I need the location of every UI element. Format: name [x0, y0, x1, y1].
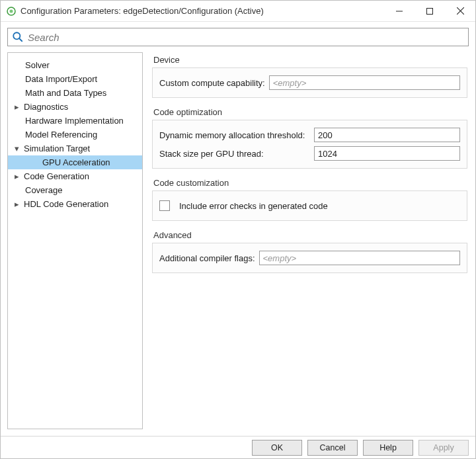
- chevron-right-icon: ▸: [15, 102, 22, 112]
- window-title: Configuration Parameters: edgeDetection/…: [20, 6, 384, 16]
- nav-item-model-referencing[interactable]: Model Referencing: [8, 128, 142, 142]
- additional-compiler-flags-input[interactable]: [259, 251, 460, 265]
- nav-item-label: Coverage: [22, 185, 62, 195]
- nav-item-label: GPU Acceleration: [30, 157, 110, 167]
- section-title-device: Device: [153, 55, 467, 65]
- section-box-device: Custom compute capability:: [152, 67, 467, 98]
- nav-item-code-generation[interactable]: ▸Code Generation: [8, 169, 142, 183]
- body: SolverData Import/ExportMath and Data Ty…: [1, 52, 475, 436]
- category-tree[interactable]: SolverData Import/ExportMath and Data Ty…: [7, 52, 143, 429]
- custom-compute-capability-label: Custom compute capability:: [159, 78, 265, 88]
- section-code-optimization: Code optimization Dynamic memory allocat…: [152, 107, 467, 169]
- section-device: Device Custom compute capability:: [152, 55, 467, 98]
- nav-item-label: Hardware Implementation: [22, 116, 124, 126]
- dynamic-memory-threshold-label: Dynamic memory allocation threshold:: [159, 130, 310, 140]
- window-controls: [384, 1, 475, 21]
- maximize-icon: [426, 8, 433, 15]
- ok-button[interactable]: OK: [252, 440, 302, 456]
- nav-item-label: Simulation Target: [22, 144, 90, 153]
- section-box-code-optimization: Dynamic memory allocation threshold: Sta…: [152, 120, 467, 169]
- nav-item-label: Solver: [22, 60, 50, 70]
- svg-rect-3: [427, 8, 433, 14]
- section-advanced: Advanced Additional compiler flags:: [152, 230, 467, 273]
- nav-item-label: Data Import/Export: [22, 74, 97, 84]
- dialog-window: Configuration Parameters: edgeDetection/…: [0, 0, 476, 459]
- app-icon: [6, 6, 17, 17]
- search-input[interactable]: [26, 31, 464, 44]
- chevron-right-icon: ▸: [15, 171, 22, 181]
- dialog-footer: OK Cancel Help Apply: [1, 436, 475, 458]
- section-box-code-customization: Include error checks in generated code: [152, 190, 467, 221]
- nav-item-data-import-export[interactable]: Data Import/Export: [8, 72, 142, 86]
- section-box-advanced: Additional compiler flags:: [152, 243, 467, 273]
- section-code-customization: Code customization Include error checks …: [152, 178, 467, 221]
- minimize-button[interactable]: [384, 1, 415, 21]
- nav-item-label: HDL Code Generation: [22, 199, 108, 209]
- nav-item-solver[interactable]: Solver: [8, 58, 142, 72]
- nav-item-label: Code Generation: [22, 171, 89, 181]
- include-error-checks-checkbox[interactable]: [159, 200, 170, 211]
- search-icon: [12, 31, 24, 43]
- close-button[interactable]: [445, 1, 475, 21]
- search-bar[interactable]: [7, 28, 469, 46]
- titlebar: Configuration Parameters: edgeDetection/…: [1, 1, 475, 22]
- nav-item-math-and-data-types[interactable]: Math and Data Types: [8, 86, 142, 100]
- maximize-button[interactable]: [415, 1, 445, 21]
- nav-item-coverage[interactable]: Coverage: [8, 183, 142, 197]
- nav-item-label: Math and Data Types: [22, 88, 106, 98]
- svg-point-6: [13, 32, 20, 39]
- section-title-code-customization: Code customization: [153, 178, 467, 188]
- nav-item-hardware-implementation[interactable]: Hardware Implementation: [8, 114, 142, 128]
- chevron-right-icon: ▸: [15, 199, 22, 209]
- section-title-code-optimization: Code optimization: [153, 107, 467, 117]
- search-bar-container: [1, 22, 475, 52]
- stack-size-input[interactable]: [314, 146, 460, 161]
- nav-item-label: Diagnostics: [22, 102, 68, 112]
- minimize-icon: [396, 8, 403, 15]
- row-custom-compute-capability: Custom compute capability:: [159, 73, 460, 92]
- svg-line-7: [19, 38, 22, 42]
- row-additional-compiler-flags: Additional compiler flags:: [159, 249, 460, 267]
- nav-item-diagnostics[interactable]: ▸Diagnostics: [8, 100, 142, 114]
- section-title-advanced: Advanced: [153, 230, 467, 240]
- nav-item-hdl-code-generation[interactable]: ▸HDL Code Generation: [8, 197, 142, 211]
- row-stack-size: Stack size per GPU thread:: [159, 144, 460, 163]
- nav-item-simulation-target[interactable]: ▾Simulation Target: [8, 142, 142, 155]
- svg-point-1: [10, 9, 13, 13]
- help-button[interactable]: Help: [363, 440, 413, 456]
- additional-compiler-flags-label: Additional compiler flags:: [159, 253, 255, 263]
- chevron-down-icon: ▾: [15, 144, 22, 153]
- cancel-button[interactable]: Cancel: [307, 440, 358, 456]
- close-icon: [457, 7, 464, 15]
- nav-item-label: Model Referencing: [22, 130, 97, 140]
- nav-item-gpu-acceleration[interactable]: GPU Acceleration: [8, 155, 142, 169]
- custom-compute-capability-input[interactable]: [269, 75, 460, 90]
- apply-button[interactable]: Apply: [418, 440, 469, 456]
- dynamic-memory-threshold-input[interactable]: [314, 128, 460, 142]
- row-include-error-checks[interactable]: Include error checks in generated code: [159, 196, 460, 215]
- row-dynamic-memory-threshold: Dynamic memory allocation threshold:: [159, 126, 460, 144]
- stack-size-label: Stack size per GPU thread:: [159, 149, 310, 159]
- include-error-checks-label: Include error checks in generated code: [179, 201, 328, 211]
- content-panel: Device Custom compute capability: Code o…: [151, 52, 469, 429]
